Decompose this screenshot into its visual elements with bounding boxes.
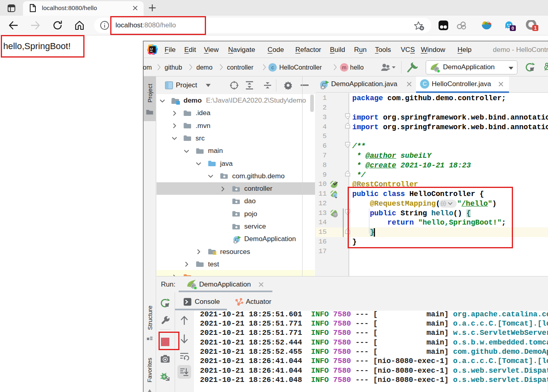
svg-text:c: c (334, 193, 336, 198)
svg-text:IJ: IJ (150, 47, 153, 51)
svg-text:1: 1 (534, 25, 537, 31)
svg-text:0: 0 (511, 26, 514, 31)
